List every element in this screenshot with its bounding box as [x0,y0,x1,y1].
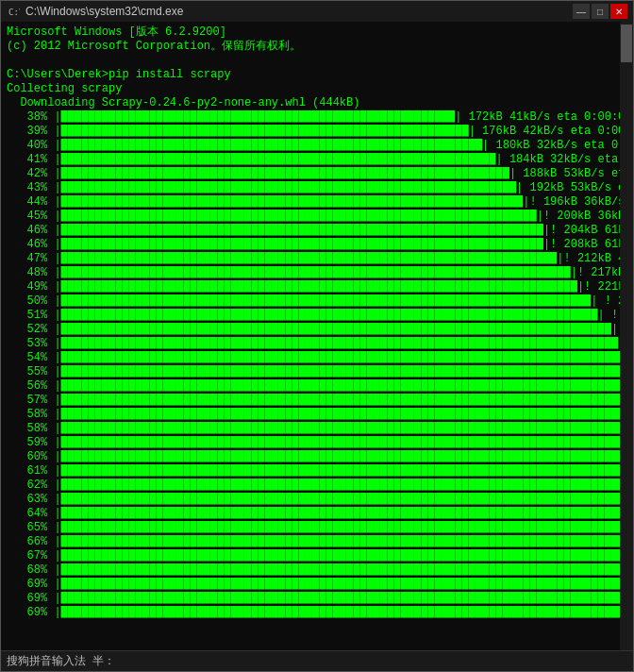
progress-row: 53% |███████████████████████████████████… [7,337,627,351]
progress-row: 65% |███████████████████████████████████… [7,521,627,535]
progress-row: 55% |███████████████████████████████████… [7,365,627,379]
maximize-button[interactable]: □ [592,4,609,19]
cmd-body: Microsoft Windows [版本 6.2.9200] (c) 2012… [1,22,633,650]
progress-row: 69% |███████████████████████████████████… [7,578,627,592]
progress-row: 46% |███████████████████████████████████… [7,238,627,252]
progress-row: 63% |███████████████████████████████████… [7,493,627,507]
progress-row: 43% |███████████████████████████████████… [7,181,627,195]
progress-row: 67% |███████████████████████████████████… [7,549,627,563]
status-bar: 搜狗拼音输入法 半： [1,650,633,671]
cmd-icon: C:\ [7,5,20,18]
progress-row: 46% |███████████████████████████████████… [7,224,627,238]
progress-row: 56% |███████████████████████████████████… [7,379,627,394]
progress-row: 50% |███████████████████████████████████… [7,294,627,309]
title-bar: C:\ C:\Windows\system32\cmd.exe — □ ✕ [1,1,633,22]
minimize-button[interactable]: — [573,4,590,19]
progress-row: 47% |███████████████████████████████████… [7,252,627,266]
cmd-content: Microsoft Windows [版本 6.2.9200] (c) 2012… [1,22,633,650]
progress-row: 48% |███████████████████████████████████… [7,266,627,280]
header-line5: Collecting scrapy [7,82,627,96]
progress-row: 59% |███████████████████████████████████… [7,436,627,450]
progress-row: 60% |███████████████████████████████████… [7,450,627,464]
progress-row: 64% |███████████████████████████████████… [7,507,627,521]
progress-row: 45% |███████████████████████████████████… [7,210,627,224]
title-bar-left: C:\ C:\Windows\system32\cmd.exe [7,5,183,18]
close-button[interactable]: ✕ [610,4,627,19]
progress-row: 58% |███████████████████████████████████… [7,422,627,436]
scrollbar-thumb[interactable] [621,25,632,62]
progress-row: 39% |███████████████████████████████████… [7,125,627,139]
svg-text:C:\: C:\ [8,8,20,17]
header-line4: C:\Users\Derek>pip install scrapy [7,68,627,82]
progress-row: 49% |███████████████████████████████████… [7,280,627,294]
progress-row: 58% |███████████████████████████████████… [7,408,627,422]
progress-row: 54% |███████████████████████████████████… [7,351,627,365]
progress-row: 68% |███████████████████████████████████… [7,563,627,578]
progress-row: 62% |███████████████████████████████████… [7,479,627,493]
title-text: C:\Windows\system32\cmd.exe [25,5,183,18]
cmd-window: C:\ C:\Windows\system32\cmd.exe — □ ✕ Mi… [0,0,634,672]
header-line6: Downloading Scrapy-0.24.6-py2-none-any.w… [7,96,627,110]
progress-row: 41% |███████████████████████████████████… [7,153,627,167]
progress-row: 52% |███████████████████████████████████… [7,323,627,337]
scrollbar[interactable] [620,22,633,650]
progress-container: 38% |███████████████████████████████████… [7,110,627,620]
header-line1: Microsoft Windows [版本 6.2.9200] [7,25,627,40]
progress-row: 44% |███████████████████████████████████… [7,195,627,210]
progress-row: 66% |███████████████████████████████████… [7,535,627,549]
status-text: 搜狗拼音输入法 半： [7,653,115,669]
header-line2: (c) 2012 Microsoft Corporation。保留所有权利。 [7,40,627,54]
progress-row: 61% |███████████████████████████████████… [7,464,627,479]
progress-row: 40% |███████████████████████████████████… [7,139,627,153]
progress-row: 42% |███████████████████████████████████… [7,167,627,181]
progress-row: 38% |███████████████████████████████████… [7,110,627,125]
progress-row: 57% |███████████████████████████████████… [7,394,627,408]
progress-row: 69% |███████████████████████████████████… [7,592,627,606]
title-buttons: — □ ✕ [573,4,627,19]
header-line3 [7,54,627,68]
progress-row: 51% |███████████████████████████████████… [7,309,627,323]
progress-row: 69% |███████████████████████████████████… [7,606,627,620]
